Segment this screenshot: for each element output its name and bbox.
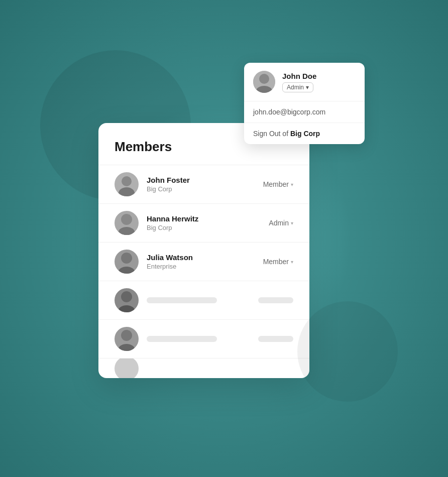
member-role-dropdown[interactable]: Admin ▾ — [269, 219, 293, 227]
member-name: John Foster — [147, 176, 255, 184]
profile-dropdown: John Doe Admin ▾ john.doe@bigcorp.com Si… — [244, 63, 365, 144]
member-name: Julia Watson — [147, 253, 255, 262]
svg-point-1 — [122, 176, 132, 186]
chevron-down-icon: ▾ — [306, 84, 309, 91]
skeleton-row — [98, 319, 309, 358]
skeleton-info — [147, 336, 250, 342]
profile-role-badge[interactable]: Admin ▾ — [282, 82, 313, 92]
member-role-label: Admin — [269, 219, 289, 227]
member-role-dropdown[interactable]: Member ▾ — [263, 258, 293, 266]
avatar — [115, 327, 139, 351]
scene: Members John Foster Big Corp Member ▾ — [98, 63, 350, 414]
skeleton-info — [147, 297, 250, 303]
member-row: Julia Watson Enterprise Member ▾ — [98, 242, 309, 281]
skeleton-role-bar — [258, 297, 293, 303]
member-info: John Foster Big Corp — [147, 176, 255, 193]
members-card: Members John Foster Big Corp Member ▾ — [98, 123, 309, 378]
sign-out-button[interactable]: Sign Out of Big Corp — [244, 123, 365, 144]
profile-email: john.doe@bigcorp.com — [244, 101, 365, 123]
member-org: Big Corp — [147, 185, 255, 193]
svg-point-7 — [121, 253, 132, 264]
skeleton-role-bar — [258, 336, 293, 342]
skeleton-name-bar — [147, 336, 217, 342]
chevron-down-icon: ▾ — [291, 259, 293, 265]
svg-point-13 — [121, 330, 132, 341]
member-name: Hanna Herwitz — [147, 214, 261, 223]
profile-header: John Doe Admin ▾ — [244, 63, 365, 101]
member-org: Big Corp — [147, 224, 261, 231]
avatar — [115, 211, 139, 235]
skeleton-row — [98, 281, 309, 319]
avatar — [115, 172, 139, 196]
member-role-label: Member — [263, 180, 289, 188]
partial-row — [98, 358, 309, 378]
profile-role-label: Admin — [287, 84, 304, 91]
chevron-down-icon: ▾ — [291, 182, 293, 187]
svg-point-10 — [121, 291, 132, 302]
avatar — [115, 250, 139, 274]
member-info: Julia Watson Enterprise — [147, 253, 255, 270]
member-row: John Foster Big Corp Member ▾ — [98, 165, 309, 203]
sign-out-org: Big Corp — [290, 130, 320, 138]
profile-info: John Doe Admin ▾ — [282, 72, 316, 92]
member-role-dropdown[interactable]: Member ▾ — [263, 180, 293, 188]
member-role-label: Member — [263, 258, 289, 266]
member-info: Hanna Herwitz Big Corp — [147, 214, 261, 231]
member-row: Hanna Herwitz Big Corp Admin ▾ — [98, 203, 309, 242]
avatar — [115, 358, 139, 378]
svg-point-16 — [259, 74, 269, 84]
member-org: Enterprise — [147, 263, 255, 270]
sign-out-prefix: Sign Out of — [253, 130, 290, 138]
skeleton-name-bar — [147, 297, 217, 303]
profile-avatar — [253, 71, 275, 93]
avatar — [115, 288, 139, 312]
profile-name: John Doe — [282, 72, 316, 80]
svg-point-4 — [121, 214, 132, 225]
chevron-down-icon: ▾ — [291, 220, 293, 226]
